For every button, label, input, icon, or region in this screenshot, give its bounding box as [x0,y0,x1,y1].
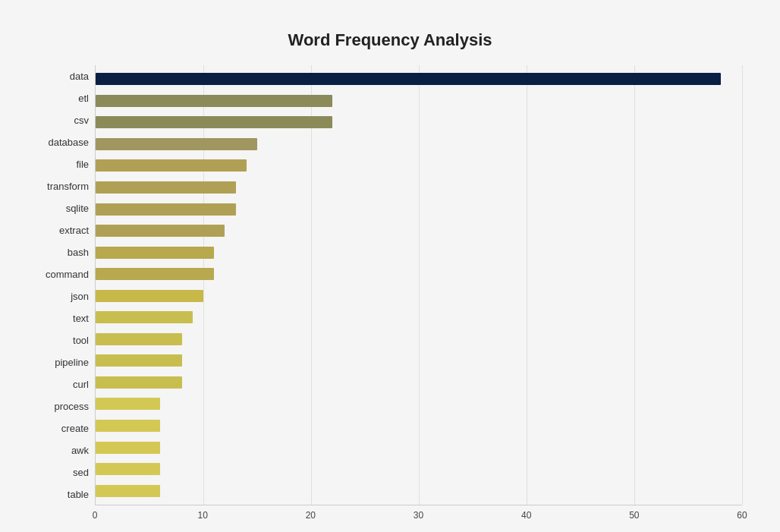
bar-row [96,114,742,131]
bars-wrapper [96,65,742,505]
x-tick: 0 [93,510,98,521]
y-label: tool [73,335,89,345]
y-label: etl [78,93,89,103]
x-tick: 20 [306,510,316,521]
bar [96,333,182,345]
bar-row [96,244,742,261]
y-label: curl [73,379,89,389]
bar [96,95,332,107]
bar-row [96,179,742,196]
bars-area [95,65,742,505]
grid-line [742,65,743,505]
bar-row [96,222,742,239]
bar [96,398,160,410]
bar [96,138,257,150]
y-label: text [73,313,89,323]
y-label: command [46,269,89,279]
bar-row [96,136,742,153]
bar-row [96,374,742,391]
y-label: file [76,159,89,169]
bar-row [96,201,742,218]
bar-row [96,266,742,282]
y-label: transform [47,181,89,191]
bar [96,290,203,302]
y-label: data [70,71,89,81]
x-tick: 60 [737,510,747,521]
bar-row [96,461,742,477]
y-label: database [49,137,90,147]
bar [96,73,721,85]
x-tick: 50 [629,510,639,521]
x-axis: 0102030405060 [95,510,742,525]
bar [96,268,214,280]
y-label: awk [71,445,89,455]
y-label: sed [73,467,89,477]
y-label: csv [74,115,90,125]
chart-area: dataetlcsvdatabasefiletransformsqliteext… [38,65,742,505]
bar-row [96,439,742,456]
bar [96,354,182,367]
bar [96,181,236,194]
bar-row [96,157,742,174]
bar [96,376,182,389]
bar-row [96,395,742,412]
x-tick: 40 [521,510,531,521]
y-label: extract [59,225,89,235]
chart-title: Word Frequency Analysis [38,30,742,50]
bar-row [96,71,742,87]
bar [96,463,160,475]
bar [96,225,225,237]
bar-row [96,331,742,348]
bar [96,116,332,128]
bar [96,442,160,454]
bar [96,203,236,216]
bar [96,311,193,323]
y-label: pipeline [55,357,89,367]
y-label: process [54,401,89,411]
chart-container: Word Frequency Analysis dataetlcsvdataba… [15,15,765,532]
bar [96,159,247,172]
y-axis-labels: dataetlcsvdatabasefiletransformsqliteext… [38,65,95,505]
x-tick: 30 [414,510,423,521]
y-label: create [61,423,89,433]
y-label: bash [68,247,89,257]
bar [96,420,160,432]
bar-row [96,352,742,369]
y-label: json [71,291,89,301]
bar-row [96,309,742,326]
bar-row [96,93,742,109]
x-tick: 10 [197,510,207,521]
bar-row [96,483,742,499]
y-label: sqlite [66,203,89,213]
bar [96,247,214,259]
y-label: table [68,490,89,499]
bar [96,485,160,497]
bar-row [96,288,742,304]
bar-row [96,417,742,434]
